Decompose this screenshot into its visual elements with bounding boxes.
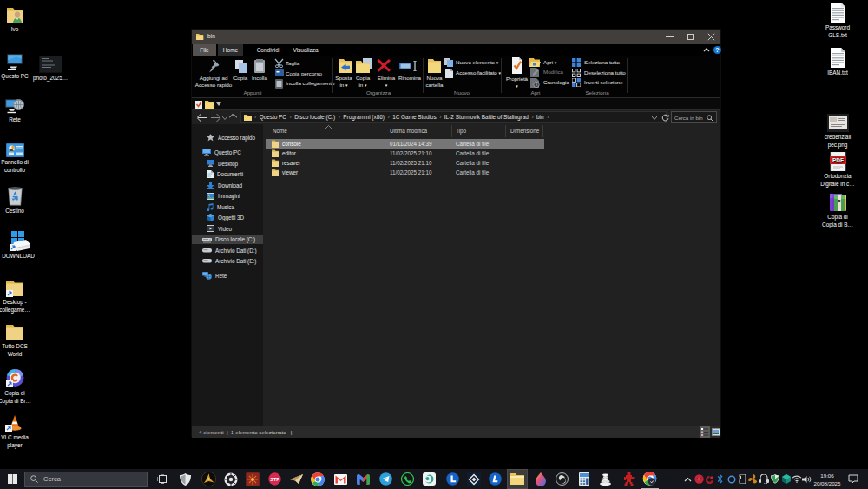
svg-text:PDF: PDF xyxy=(832,157,844,163)
svg-text:STF: STF xyxy=(270,477,279,482)
